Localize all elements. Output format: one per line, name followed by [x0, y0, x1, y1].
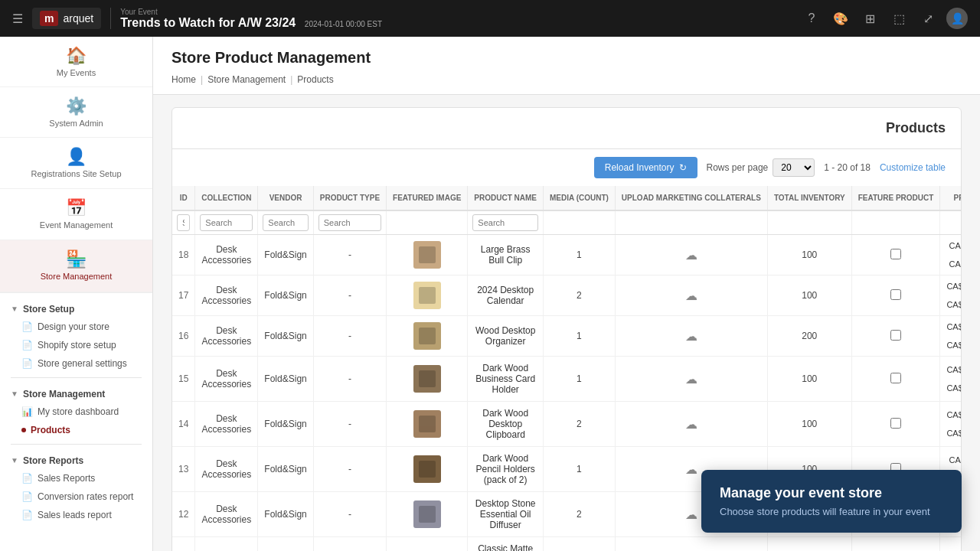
cell-upload[interactable]: ☁ — [615, 357, 767, 402]
search-vendor-input[interactable] — [263, 214, 308, 231]
theme-icon[interactable]: 🎨 — [830, 8, 851, 29]
sidebar-item-sales-leads[interactable]: 📄 Sales leads report — [0, 506, 152, 524]
sidebar-item-products[interactable]: Products — [0, 421, 152, 439]
sidebar-item-sales-reports[interactable]: 📄 Sales Reports — [0, 469, 152, 487]
store-dashboard-label: My store dashboard — [38, 406, 119, 417]
breadcrumb: Home | Store Management | Products — [172, 74, 962, 94]
sidebar: 🏠 My Events ⚙️ System Admin 👤 Registrati… — [0, 37, 153, 551]
cell-product-name: Dark Wood Desktop Clipboard — [468, 402, 544, 447]
cell-inventory: 100 — [767, 235, 851, 276]
search-collection-input[interactable] — [200, 214, 253, 231]
sidebar-item-shopify-setup[interactable]: 📄 Shopify store setup — [0, 336, 152, 354]
cell-vendor: Fold&Sign — [258, 276, 313, 316]
search-id — [172, 210, 195, 235]
customize-table-button[interactable]: Customize table — [880, 162, 946, 173]
expand-icon[interactable]: ⤢ — [917, 8, 939, 29]
store-management-nav[interactable]: 🏪 Store Management — [0, 240, 152, 292]
breadcrumb-store-management[interactable]: Store Management — [207, 74, 286, 85]
breadcrumb-home[interactable]: Home — [172, 74, 196, 85]
cell-product-type: - — [313, 235, 386, 276]
cell-image — [387, 276, 468, 316]
my-events-icon: 🏠 — [66, 46, 87, 66]
cell-vendor: Fold&Sign — [258, 402, 313, 447]
search-name — [468, 210, 544, 235]
feature-checkbox[interactable] — [890, 373, 901, 383]
search-id-input[interactable] — [177, 214, 190, 231]
reload-inventory-button[interactable]: Reload Inventory ↻ — [594, 157, 697, 178]
help-icon[interactable]: ? — [801, 8, 822, 29]
cell-image — [387, 447, 468, 492]
cell-vendor: Fold&Sign — [258, 492, 313, 537]
rows-per-page-select[interactable]: 20 50 100 — [773, 158, 815, 177]
search-collection — [195, 210, 258, 235]
search-type-input[interactable] — [318, 214, 381, 231]
user-avatar[interactable]: 👤 — [946, 8, 968, 29]
col-feature-product: FEATURE PRODUCT — [851, 186, 940, 210]
sidebar-item-conversion-rates[interactable]: 📄 Conversion rates report — [0, 487, 152, 506]
feature-checkbox[interactable] — [890, 289, 901, 300]
registrations-nav[interactable]: 👤 Registrations Site Setup — [0, 138, 152, 189]
cell-price: CA$17.99 - CA$17.99 — [940, 357, 961, 402]
event-sub-label: Your Event — [120, 8, 382, 16]
store-reports-header[interactable]: ▼ Store Reports — [0, 449, 152, 469]
breadcrumb-products[interactable]: Products — [297, 74, 333, 85]
cell-collection: Desk Accessories — [195, 447, 258, 492]
store-management-header[interactable]: ▼ Store Management — [0, 383, 152, 403]
cell-upload[interactable]: ☁ — [615, 537, 767, 552]
cell-media: 2 — [544, 402, 616, 447]
cell-feature[interactable] — [851, 402, 940, 447]
cell-feature[interactable] — [851, 316, 940, 357]
sidebar-item-store-dashboard[interactable]: 📊 My store dashboard — [0, 403, 152, 421]
cell-upload[interactable]: ☁ — [615, 316, 767, 357]
cell-media: 1 — [544, 316, 616, 357]
cell-feature[interactable] — [851, 357, 940, 402]
store-setup-label: Store Setup — [23, 304, 74, 315]
menu-toggle[interactable]: ☰ — [12, 11, 23, 26]
feature-checkbox[interactable] — [890, 330, 901, 341]
conversion-rates-label: Conversion rates report — [38, 491, 133, 502]
cell-upload[interactable]: ☁ — [615, 235, 767, 276]
product-image — [413, 365, 441, 393]
sidebar-item-design-store[interactable]: 📄 Design your store — [0, 318, 152, 336]
event-info: Your Event Trends to Watch for A/W 23/24… — [120, 8, 382, 30]
cell-feature[interactable] — [851, 276, 940, 316]
cell-upload[interactable]: ☁ — [615, 276, 767, 316]
table-row: 11 Pens & Pencils Fold&Sign - Classic Ma… — [172, 537, 961, 552]
pagination-info: 1 - 20 of 18 — [824, 162, 871, 173]
grid-icon[interactable]: ⊞ — [859, 8, 880, 29]
store-setup-header[interactable]: ▼ Store Setup — [0, 298, 152, 318]
table-row: 18 Desk Accessories Fold&Sign - Large Br… — [172, 235, 961, 276]
search-name-input[interactable] — [472, 214, 538, 231]
svg-rect-6 — [419, 506, 436, 523]
display-icon[interactable]: ⬚ — [888, 8, 910, 29]
search-feature — [851, 210, 940, 235]
cell-upload[interactable]: ☁ — [615, 402, 767, 447]
my-events-label: My Events — [57, 68, 96, 77]
system-admin-nav[interactable]: ⚙️ System Admin — [0, 87, 152, 138]
side-top-nav: 🏠 My Events ⚙️ System Admin 👤 Registrati… — [0, 37, 152, 293]
main-header: Store Product Management Home | Store Ma… — [153, 37, 980, 95]
cell-price: CA$19.99 - CA$19.99 — [940, 276, 961, 316]
product-image — [413, 241, 441, 269]
svg-rect-3 — [419, 370, 436, 387]
store-setup-arrow: ▼ — [11, 305, 18, 313]
general-settings-icon: 📄 — [21, 358, 33, 369]
product-image — [413, 410, 441, 438]
cell-feature[interactable] — [851, 235, 940, 276]
my-events-nav[interactable]: 🏠 My Events — [0, 37, 152, 87]
sidebar-item-general-settings[interactable]: 📄 Store general settings — [0, 354, 152, 373]
col-media: MEDIA (COUNT) — [544, 186, 616, 210]
search-inventory — [767, 210, 851, 235]
cell-product-name: Classic Matte Black Ballpoint Pens (pack… — [468, 537, 544, 552]
top-bar-left: ☰ m arquet Your Event Trends to Watch fo… — [12, 8, 792, 30]
cell-image — [387, 235, 468, 276]
event-management-nav[interactable]: 📅 Event Management — [0, 189, 152, 240]
product-image — [413, 322, 441, 350]
feature-checkbox[interactable] — [890, 249, 901, 259]
cell-image — [387, 316, 468, 357]
cell-feature[interactable] — [851, 537, 940, 552]
feature-checkbox[interactable] — [890, 418, 901, 429]
col-featured-image: FEATURED IMAGE — [387, 186, 468, 210]
cell-vendor: Fold&Sign — [258, 447, 313, 492]
cell-image — [387, 537, 468, 552]
